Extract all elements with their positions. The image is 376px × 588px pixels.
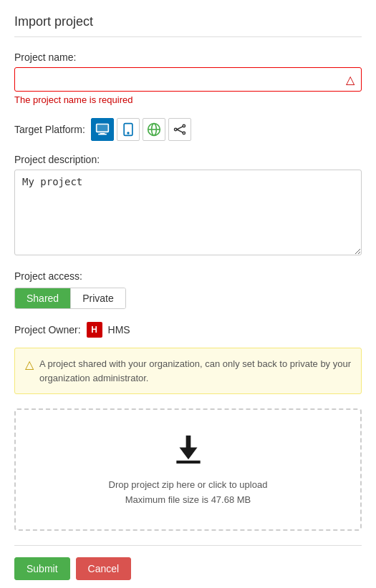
- upload-text-line2: Maximum file size is 47.68 MB: [109, 493, 268, 508]
- platform-tablet-button[interactable]: [117, 118, 140, 141]
- project-name-error: The project name is required: [14, 94, 362, 105]
- project-name-input[interactable]: [14, 67, 362, 92]
- platform-web-button[interactable]: [143, 118, 165, 141]
- project-name-label: Project name:: [14, 52, 362, 63]
- svg-marker-15: [179, 448, 197, 460]
- project-name-group: Project name: △ The project name is requ…: [14, 52, 362, 105]
- warning-box: △ A project shared with your organizatio…: [14, 348, 362, 394]
- tablet-icon: [121, 122, 135, 137]
- upload-text: Drop project zip here or click to upload…: [109, 478, 268, 508]
- download-arrow-icon: [170, 431, 206, 467]
- api-icon: [173, 122, 187, 137]
- platform-icons-group: [91, 118, 191, 141]
- warning-triangle-icon: △: [25, 358, 34, 371]
- svg-point-9: [174, 128, 176, 130]
- access-private-button[interactable]: Private: [71, 288, 125, 308]
- web-icon: [147, 122, 161, 137]
- svg-point-10: [183, 124, 185, 127]
- svg-rect-16: [176, 461, 200, 464]
- project-description-group: Project description: My project: [14, 154, 362, 258]
- warning-text: A project shared with your organization,…: [39, 357, 351, 385]
- platform-api-button[interactable]: [168, 118, 191, 141]
- owner-name: HMS: [108, 324, 130, 335]
- project-access-label: Project access:: [14, 270, 362, 282]
- project-access-group: Project access: Shared Private: [14, 270, 362, 309]
- project-owner-row: Project Owner: H HMS: [14, 322, 362, 338]
- access-shared-button[interactable]: Shared: [15, 288, 71, 308]
- action-buttons: Submit Cancel: [14, 557, 362, 580]
- title-divider: [14, 36, 362, 37]
- target-platform-label: Target Platform:: [14, 124, 85, 135]
- page-title: Import project: [14, 14, 362, 29]
- svg-line-12: [177, 127, 183, 129]
- owner-avatar: H: [87, 322, 102, 338]
- submit-button[interactable]: Submit: [14, 557, 70, 580]
- input-warning-icon: △: [346, 73, 355, 87]
- access-btn-group: Shared Private: [14, 288, 126, 309]
- svg-rect-3: [96, 124, 108, 132]
- desktop-icon: [95, 122, 110, 137]
- project-owner-label: Project Owner:: [14, 324, 81, 335]
- platform-desktop-button[interactable]: [91, 118, 114, 141]
- target-platform-row: Target Platform:: [14, 118, 362, 141]
- project-name-input-wrapper: △: [14, 67, 362, 92]
- svg-point-11: [183, 132, 185, 134]
- svg-point-5: [127, 132, 129, 134]
- upload-zone[interactable]: Drop project zip here or click to upload…: [14, 408, 362, 531]
- upload-text-line1: Drop project zip here or click to upload: [109, 478, 268, 493]
- cancel-button[interactable]: Cancel: [76, 557, 132, 580]
- project-description-label: Project description:: [14, 154, 362, 165]
- upload-icon: [170, 431, 206, 469]
- bottom-divider: [14, 545, 362, 546]
- svg-line-13: [177, 129, 183, 132]
- project-description-input[interactable]: My project: [14, 170, 362, 255]
